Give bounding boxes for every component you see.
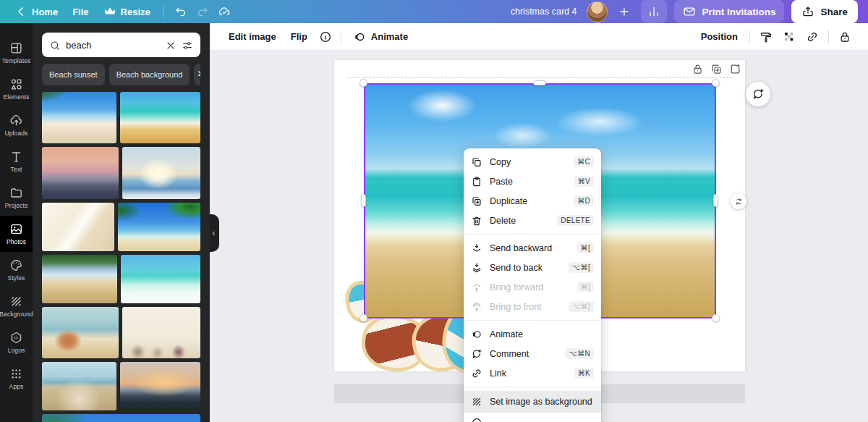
sidebar-item-text[interactable]: Text xyxy=(0,143,33,180)
photo-thumbnail-palm-beach-panorama[interactable] xyxy=(42,414,200,422)
photo-thumbnail-sunset-over-dark-sea[interactable] xyxy=(120,362,200,410)
selection-handle-top[interactable] xyxy=(533,80,546,85)
sidebar-item-label: Background xyxy=(0,311,33,318)
share-label: Share xyxy=(820,7,848,17)
sidebar-item-label: Apps xyxy=(9,383,24,390)
add-page-icon[interactable] xyxy=(729,62,741,75)
photo-results-grid xyxy=(42,92,200,422)
position-button[interactable]: Position xyxy=(694,25,745,48)
sidebar-item-uploads[interactable]: Uploads xyxy=(0,107,33,143)
flip-button[interactable]: Flip xyxy=(284,25,315,48)
menu-shortcut: ⌘V xyxy=(574,176,594,187)
menu-item-delete[interactable]: DeleteDELETE xyxy=(464,211,601,230)
menu-shortcut: ⌘] xyxy=(577,282,594,292)
selection-handle-left[interactable] xyxy=(361,194,366,207)
header-divider xyxy=(163,6,164,17)
editor-toolbar: Edit image Flip Animate Position xyxy=(210,23,868,51)
menu-item-link[interactable]: Link⌘K xyxy=(464,363,601,383)
swap-image-handle[interactable] xyxy=(731,193,746,209)
menu-item-set-image-as-background[interactable]: Set image as background xyxy=(464,391,601,413)
selection-handle-top-left[interactable] xyxy=(359,79,367,87)
background-icon xyxy=(471,396,482,408)
menu-item-send-to-back[interactable]: Send to back⌥⌘[ xyxy=(464,258,601,277)
menu-item-copy[interactable]: Copy⌘C xyxy=(464,152,601,172)
copy-style-button[interactable] xyxy=(754,25,778,48)
photo-thumbnail-sun-glare-over-shore[interactable] xyxy=(122,147,200,199)
add-comment-fab[interactable] xyxy=(746,82,770,106)
photo-thumbnail-starfish-on-shore[interactable] xyxy=(42,307,119,358)
menu-section: Set image as background xyxy=(464,387,601,422)
lock-button[interactable] xyxy=(833,25,856,48)
sidebar-item-apps[interactable]: Apps xyxy=(0,360,33,397)
selection-handle-bottom-right[interactable] xyxy=(712,314,720,322)
menu-shortcut: ⌥⌘N xyxy=(565,348,594,359)
suggestion-chip[interactable]: Beach sunset xyxy=(42,64,105,85)
plus-icon xyxy=(618,5,631,18)
info-button[interactable] xyxy=(315,25,336,48)
undo-button[interactable] xyxy=(170,1,192,22)
menu-item-bring-to-front[interactable]: Bring to front⌥⌘] xyxy=(464,297,601,316)
search-input[interactable] xyxy=(66,40,160,51)
selection-handle-top-right[interactable] xyxy=(712,79,720,87)
menu-shortcut: ⌘K xyxy=(574,368,594,379)
photo-thumbnail-pink-sunset-beach[interactable] xyxy=(42,147,119,199)
sidebar-item-photos[interactable]: Photos xyxy=(0,216,33,252)
chips-next-icon[interactable]: › xyxy=(197,67,200,79)
lock-page-icon[interactable] xyxy=(692,62,704,75)
home-button[interactable]: Home xyxy=(7,0,65,23)
print-label: Print Invitations xyxy=(702,7,775,17)
menu-item-comment[interactable]: Comment⌥⌘N xyxy=(464,344,601,363)
top-header: Home File Resize christmas card 4 Print … xyxy=(0,0,868,23)
share-button[interactable]: Share xyxy=(791,0,858,23)
menu-shortcut: ⌥⌘[ xyxy=(569,262,594,273)
photo-thumbnail-turquoise-sea-golden-sand[interactable] xyxy=(120,92,200,143)
panel-collapse-button[interactable]: ‹ xyxy=(208,214,219,252)
link-button[interactable] xyxy=(801,25,824,48)
suggestion-chip[interactable]: Beach background xyxy=(109,64,190,85)
redo-button[interactable] xyxy=(192,1,213,22)
menu-item-send-backward[interactable]: Send backward⌘[ xyxy=(464,238,601,258)
menu-item-duplicate[interactable]: Duplicate⌘D xyxy=(464,191,601,211)
photo-thumbnail-white-sand-with-shells[interactable] xyxy=(122,307,200,358)
photo-thumbnail-sand-and-foam-closeup[interactable] xyxy=(42,203,114,251)
sidebar-item-templates[interactable]: Templates xyxy=(0,35,33,71)
sidebar-item-background[interactable]: Background xyxy=(0,288,33,324)
sidebar-item-styles[interactable]: Styles xyxy=(0,252,33,288)
resize-button[interactable]: Resize xyxy=(96,0,158,23)
sidebar-item-label: Elements xyxy=(3,93,29,101)
selection-handle-bottom-left[interactable] xyxy=(359,314,367,322)
insights-button[interactable] xyxy=(641,0,667,23)
sync-icon xyxy=(734,195,744,208)
selection-handle-right[interactable] xyxy=(713,194,718,207)
transparency-button[interactable] xyxy=(778,25,801,48)
menu-item-partial[interactable] xyxy=(464,413,601,422)
elements-icon xyxy=(9,77,23,91)
photo-thumbnail-boardwalk-to-beach[interactable] xyxy=(42,362,116,410)
photo-thumbnail-palm-trees-over-beach[interactable] xyxy=(118,203,200,251)
clear-search-icon[interactable] xyxy=(165,38,176,51)
photos-icon xyxy=(9,222,23,236)
cloud-save-status[interactable] xyxy=(213,1,235,22)
document-title[interactable]: christmas card 4 xyxy=(511,7,577,17)
photo-thumbnail-beach-with-overhanging-branch[interactable] xyxy=(42,92,116,143)
bring-to-front-icon xyxy=(471,301,482,313)
print-invitations-button[interactable]: Print Invitations xyxy=(674,0,784,23)
sidebar-item-projects[interactable]: Projects xyxy=(0,180,33,216)
menu-item-animate[interactable]: Animate xyxy=(464,324,601,344)
avatar[interactable] xyxy=(587,1,608,22)
file-menu-button[interactable]: File xyxy=(65,0,95,23)
sidebar-item-logos[interactable]: co.Logos xyxy=(0,324,33,360)
sidebar-item-label: Photos xyxy=(7,238,26,245)
photo-thumbnail-bright-turquoise-shallows[interactable] xyxy=(121,255,200,303)
filter-icon[interactable] xyxy=(182,38,193,51)
animate-button[interactable]: Animate xyxy=(346,25,415,48)
sidebar-item-elements[interactable]: Elements xyxy=(0,71,33,107)
menu-shortcut: DELETE xyxy=(557,215,594,226)
menu-item-paste[interactable]: Paste⌘V xyxy=(464,172,601,191)
duplicate-page-icon[interactable] xyxy=(710,62,723,75)
toolbar-divider xyxy=(749,30,750,43)
add-member-button[interactable] xyxy=(615,0,634,23)
menu-item-bring-forward[interactable]: Bring forward⌘] xyxy=(464,277,601,297)
edit-image-button[interactable]: Edit image xyxy=(221,25,284,48)
photo-thumbnail-beach-umbrellas-and-loungers[interactable] xyxy=(42,255,117,303)
